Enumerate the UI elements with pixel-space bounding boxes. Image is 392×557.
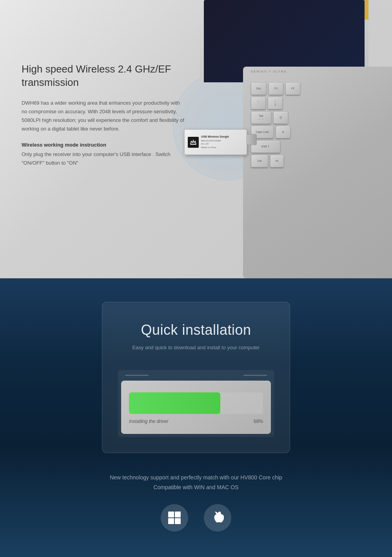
instruction-text: Only plug the receiver into your compute… [22, 150, 186, 167]
usb-connector [247, 134, 257, 145]
top-section: SERIES 7 ULTRA Esc F1 F2 [0, 0, 392, 278]
keyboard-area: SERIES 7 ULTRA Esc F1 F2 [243, 67, 392, 278]
key-row-3: Tab←→ Q [251, 111, 388, 124]
page-title: High speed Wireless 2.4 GHz/EF transmiss… [22, 63, 186, 89]
svg-rect-4 [168, 518, 174, 524]
svg-rect-5 [175, 518, 181, 524]
screen-mockup: Installing the driver 68% [118, 370, 274, 437]
svg-marker-0 [191, 140, 196, 144]
key-row-6: Ctrl Fn [251, 155, 388, 167]
progress-container: Installing the driver 68% [121, 381, 271, 434]
huion-logo [188, 137, 199, 148]
a-key: A [276, 126, 290, 138]
key-row-1: Esc F1 F2 [251, 82, 388, 95]
install-title: Quick installation [118, 322, 274, 338]
install-card: Quick installation Easy and quick to dow… [102, 302, 290, 453]
screen-tab-1 [125, 375, 149, 376]
text-content: High speed Wireless 2.4 GHz/EF transmiss… [22, 63, 186, 167]
usb-dongle: USB Wireless Dongle MIN:HUION:DW69 DC+5V… [184, 129, 247, 155]
progress-label: Installing the driver [129, 419, 169, 424]
tab-key: Tab←→ [251, 111, 271, 124]
os-icons [110, 504, 282, 532]
key-row-4: Caps Lock A [251, 126, 388, 138]
bottom-text: New technology support and perfectly mat… [110, 473, 282, 532]
progress-percent: 68% [254, 419, 263, 424]
svg-rect-2 [168, 512, 174, 517]
fn-key: Fn [270, 155, 284, 167]
usb-dongle-body: USB Wireless Dongle MIN:HUION:DW69 DC+5V… [184, 129, 247, 155]
screen-top-bar [121, 373, 271, 377]
usb-text-area: USB Wireless Dongle MIN:HUION:DW69 DC+5V… [201, 135, 243, 149]
svg-point-6 [218, 512, 220, 514]
svg-rect-1 [191, 144, 196, 145]
laptop-image: SERIES 7 ULTRA Esc F1 F2 [165, 0, 392, 278]
key-row-2: ~` !1 [251, 97, 388, 109]
screen-tab-2 [243, 375, 267, 376]
progress-bar-fill [129, 392, 220, 414]
ctrl-key: Ctrl [251, 155, 268, 167]
usb-dongle-detail2: DC+5V [201, 142, 243, 145]
key-row-5: Shift ⇧ [251, 140, 388, 153]
q-key: Q [273, 111, 288, 124]
apple-icon [211, 511, 224, 525]
compat-text: New technology support and perfectly mat… [110, 473, 282, 492]
keyboard-keys: Esc F1 F2 ~` !1 [251, 82, 388, 270]
windows-icon-container [161, 504, 188, 532]
compat-text-line2: Compatible with WIN and MAC OS [153, 484, 238, 490]
progress-bar-wrapper [129, 392, 263, 414]
compat-text-line1: New technology support and perfectly mat… [110, 474, 282, 481]
f2-key: F2 [285, 82, 300, 95]
usb-dongle-title: USB Wireless Dongle [201, 135, 243, 138]
description-text: DWH69 has a wider working area that enha… [22, 99, 186, 133]
progress-labels: Installing the driver 68% [129, 419, 263, 424]
install-subtitle: Easy and quick to download and install t… [118, 345, 274, 350]
usb-dongle-detail3: Made in China [201, 146, 243, 149]
series-label: SERIES 7 ULTRA [251, 70, 287, 73]
esc-key: Esc [251, 82, 267, 95]
tilde-key: ~` [251, 97, 266, 109]
apple-icon-container [204, 504, 231, 532]
bottom-section: Quick installation Easy and quick to dow… [0, 278, 392, 557]
svg-rect-3 [175, 512, 181, 517]
instruction-title: Wireless working mode instruction [22, 142, 186, 148]
usb-dongle-detail1: MIN:HUION:DW69 [201, 139, 243, 142]
windows-icon [167, 511, 181, 525]
1-key: !1 [268, 97, 283, 109]
f1-key: F1 [269, 82, 283, 95]
